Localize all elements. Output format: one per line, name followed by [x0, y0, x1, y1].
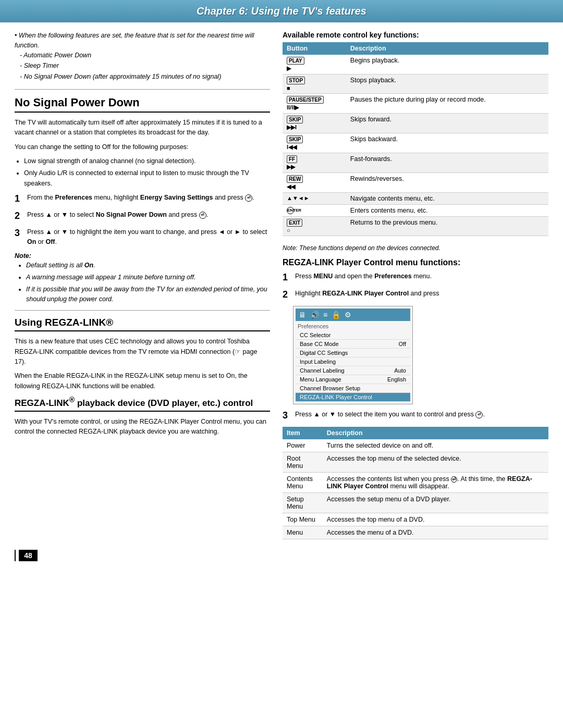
table-row: STOP■ Stops playback. — [283, 75, 548, 94]
btn-pause: PAUSE/STEPII/II▶ — [283, 94, 346, 114]
chapter-title: Chapter 6: Using the TV's features — [0, 5, 563, 17]
bottom-table-body: Power Turns the selected device on and o… — [283, 439, 548, 539]
btn-enter: ENTER — [283, 205, 346, 217]
step-2: 2 Press ▲ or ▼ to select No Signal Power… — [15, 210, 270, 223]
desc-pause: Pauses the picture during play or record… — [346, 94, 548, 114]
bottom-table: Item Description Power Turns the selecte… — [283, 427, 548, 539]
bottom-table-header: Item Description — [283, 427, 548, 439]
regza-step-3: 3 Press ▲ or ▼ to select the item you wa… — [283, 410, 548, 423]
item-top-menu: Top Menu — [283, 513, 323, 526]
table-row: REW◀◀ Rewinds/reverses. — [283, 173, 548, 193]
page-number: 48 — [19, 550, 38, 561]
screenshot-rows: CC Selector Base CC ModeOff Digital CC S… — [296, 331, 410, 402]
col-item: Item — [283, 427, 323, 439]
regza-body2: When the Enable REGZA-LINK in the REGZA-… — [15, 371, 270, 391]
table-row: SKIPI◀◀ Skips backward. — [283, 133, 548, 153]
enter-icon-3: ⏎ — [475, 411, 483, 418]
table-row: PAUSE/STEPII/II▶ Pauses the picture duri… — [283, 94, 548, 114]
btn-ff: FF▶▶ — [283, 153, 346, 173]
note-item-2: A warning message will appear 1 minute b… — [26, 273, 270, 282]
rc-title: Available remote control key functions: — [283, 31, 548, 39]
btn-exit: EXIT○ — [283, 217, 346, 236]
regza-step-2-text: Highlight REGZA-LINK Player Control and … — [295, 289, 548, 302]
intro-sub-list: - Automatic Power Down - Sleep Timer - N… — [15, 51, 270, 82]
step-2-text: Press ▲ or ▼ to select No Signal Power D… — [27, 210, 270, 223]
step-2-num: 2 — [15, 209, 24, 223]
item-root-menu: Root Menu — [283, 452, 323, 473]
col-button: Button — [283, 42, 346, 55]
note-list: Default setting is all On. A warning mes… — [15, 261, 270, 304]
table-row: Setup Menu Accesses the setup menu of a … — [283, 493, 548, 513]
note-block: Note: Default setting is all On. A warni… — [15, 251, 270, 304]
regza-dvd-body: With your TV's remote control, or using … — [15, 417, 270, 437]
note-label: Note: — [15, 252, 31, 260]
no-signal-section: No Signal Power Down The TV will automat… — [15, 96, 270, 304]
desc-play: Begins playback. — [346, 55, 548, 75]
btn-skip-back: SKIPI◀◀ — [283, 133, 346, 153]
step-3-num: 3 — [15, 226, 24, 247]
no-signal-bullets: Low signal strength of analog channel (n… — [15, 156, 270, 189]
regza-link-steps: 1 Press MENU and open the Preferences me… — [283, 272, 548, 302]
table-row: SKIP▶▶I Skips forward. — [283, 114, 548, 133]
rc-note: Note: These functions depend on the devi… — [283, 243, 548, 253]
chapter-header: Chapter 6: Using the TV's features — [0, 0, 563, 22]
regza-dvd-title: REGZA-LINK® playback device (DVD player,… — [15, 396, 270, 412]
table-row: ▲▼◄► Navigate contents menu, etc. — [283, 193, 548, 205]
step-3: 3 Press ▲ or ▼ to highlight the item you… — [15, 227, 270, 247]
intro-block: • When the following features are set, t… — [15, 31, 270, 82]
no-signal-body2: You can change the setting to Off for th… — [15, 142, 270, 152]
page: Chapter 6: Using the TV's features • Whe… — [0, 0, 563, 728]
desc-stop: Stops playback. — [346, 75, 548, 94]
regza-step-3-text: Press ▲ or ▼ to select the item you want… — [295, 410, 548, 423]
table-row: PLAY▶ Begins playback. — [283, 55, 548, 75]
enter-icon-2: ⏎ — [199, 212, 206, 219]
regza-step-2-num: 2 — [283, 288, 292, 302]
screenshot-row-digital-cc: Digital CC Settings — [296, 349, 410, 357]
desc-rew: Rewinds/reverses. — [346, 173, 548, 193]
divider-2 — [15, 310, 270, 311]
screenshot-box: 🖥 🔊 ≡ 🔒 ⚙ Preferences CC Selector Base C… — [293, 306, 413, 404]
using-regza-section: Using REGZA-LINK® This is a new feature … — [15, 317, 270, 391]
icon-menu: ≡ — [323, 311, 327, 319]
icon-lock: 🔒 — [332, 311, 340, 319]
icon-monitor: 🖥 — [299, 311, 306, 319]
rc-table-header: Button Description — [283, 42, 548, 55]
screenshot-label: Preferences — [296, 323, 410, 329]
intro-main-text: • When the following features are set, t… — [15, 31, 270, 51]
enter-icon-1: ⏎ — [245, 194, 252, 202]
divider-1 — [15, 89, 270, 90]
right-column: Available remote control key functions: … — [283, 31, 548, 539]
content-area: • When the following features are set, t… — [0, 31, 563, 539]
btn-play: PLAY▶ — [283, 55, 346, 75]
no-signal-steps: 1 From the Preferences menu, highlight E… — [15, 193, 270, 247]
item-power: Power — [283, 439, 323, 452]
no-signal-body1: The TV will automatically turn itself of… — [15, 118, 270, 138]
desc-skip-back: Skips backward. — [346, 133, 548, 153]
regza-title: Using REGZA-LINK® — [15, 317, 270, 331]
table-row: ContentsMenu Accesses the contents list … — [283, 473, 548, 493]
table-row: Root Menu Accesses the top menu of the s… — [283, 452, 548, 473]
desc-root-menu: Accesses the top menu of the selected de… — [323, 452, 548, 473]
screenshot-row-input-label: Input Labeling — [296, 357, 410, 366]
desc-exit: Returns to the previous menu. — [346, 217, 548, 236]
rc-table-body: PLAY▶ Begins playback. STOP■ Stops playb… — [283, 55, 548, 236]
bullet-2: Only Audio L/R is connected to external … — [24, 168, 270, 189]
table-row: ENTER Enters contents menu, etc. — [283, 205, 548, 217]
table-row: Menu Accesses the menu of a DVD. — [283, 526, 548, 539]
table-row: Top Menu Accesses the top menu of a DVD. — [283, 513, 548, 526]
regza-link-step3-area: 3 Press ▲ or ▼ to select the item you wa… — [283, 410, 548, 423]
step-1-num: 1 — [15, 192, 24, 206]
step-3-text: Press ▲ or ▼ to highlight the item you w… — [27, 227, 270, 247]
intro-sub-item-1: - Automatic Power Down — [20, 51, 270, 60]
regza-body1: This is a new feature that uses CEC tech… — [15, 337, 270, 367]
page-footer: 48 — [0, 545, 563, 566]
item-menu: Menu — [283, 526, 323, 539]
col-desc: Description — [323, 427, 548, 439]
desc-menu: Accesses the menu of a DVD. — [323, 526, 548, 539]
screenshot-top-bar: 🖥 🔊 ≡ 🔒 ⚙ — [296, 309, 410, 321]
desc-contents-menu: Accesses the contents list when you pres… — [323, 473, 548, 493]
intro-sub-item-3: - No Signal Power Down (after approximat… — [20, 72, 270, 82]
btn-rew: REW◀◀ — [283, 173, 346, 193]
icon-settings: ⚙ — [345, 311, 351, 319]
regza-link-player-title: REGZA-LINK Player Control menu functions… — [283, 258, 548, 267]
